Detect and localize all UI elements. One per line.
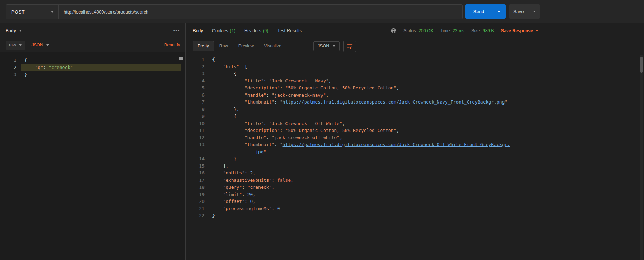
tab-cookies[interactable]: Cookies(1) (212, 23, 235, 38)
response-view-modes: PrettyRawPreviewVisualize (193, 41, 286, 51)
status-value: 200 OK (419, 28, 433, 33)
api-client-window: POST http://localhost:4000/store/product… (0, 0, 644, 260)
url-text: http://localhost:4000/store/products/sea… (64, 9, 148, 15)
beautify-button[interactable]: Beautify (164, 43, 180, 47)
time-badge: Time: 22 ms (440, 28, 464, 33)
send-button-group: Send (465, 4, 506, 19)
tab-label: Cookies (212, 28, 228, 33)
line-number: 14 (186, 155, 205, 163)
tab-body[interactable]: Body (193, 23, 203, 38)
line-number: 17 (186, 177, 205, 184)
line-number: 3 (186, 70, 205, 78)
more-options-icon[interactable]: ••• (173, 28, 180, 33)
code-line: jpg" (186, 149, 644, 156)
method-select[interactable]: POST (6, 5, 59, 19)
code-line: 2 "q": "creneck" (0, 64, 185, 71)
status-label: Status: (403, 28, 417, 33)
code-line: 20 "offset": 0, (186, 198, 644, 205)
request-body-editor[interactable]: 1{2 "q": "creneck"3} (0, 52, 185, 260)
chevron-down-icon (533, 11, 536, 12)
status-badge: Status: 200 OK (403, 28, 433, 33)
response-language-select[interactable]: JSON (313, 41, 340, 51)
line-number: 12 (186, 134, 205, 142)
code-line: 8 }, (186, 106, 644, 113)
chevron-down-icon[interactable] (19, 30, 22, 32)
code-line: 2 "hits": [ (186, 63, 644, 71)
body-section-label: Body (6, 28, 16, 33)
line-number: 9 (186, 113, 205, 120)
tab-headers[interactable]: Headers(9) (244, 23, 268, 38)
code-line: 21 "processingTimeMs": 0 (186, 205, 644, 213)
tab-count-badge: (1) (230, 28, 235, 33)
response-scrollbar[interactable] (640, 55, 643, 260)
response-meta: Status: 200 OK Time: 22 ms Size: 989 B S… (391, 23, 538, 38)
response-body-viewer: 1{2 "hits": [3 {4 "title": "Jack Crewnec… (186, 56, 644, 260)
view-mode-visualize[interactable]: Visualize (259, 41, 286, 51)
line-number: 4 (186, 78, 205, 85)
url-link[interactable]: jpg (255, 149, 263, 154)
network-globe-icon[interactable] (391, 28, 397, 34)
tab-label: Test Results (277, 28, 302, 33)
wrap-text-icon (347, 43, 353, 49)
size-label: Size: (471, 28, 481, 33)
save-options-button[interactable] (528, 4, 540, 19)
code-line: 13 "thumbnail": "https://palmes.fra1.dig… (186, 141, 644, 149)
method-label: POST (11, 9, 25, 15)
body-format-label: raw (9, 43, 16, 47)
line-number: 3 (0, 71, 16, 78)
code-line: 7 "thumbnail": "https://palmes.fra1.digi… (186, 99, 644, 106)
scrollbar-thumb[interactable] (640, 57, 643, 73)
body-language-select[interactable]: JSON (31, 43, 49, 47)
chevron-down-icon (333, 45, 335, 47)
body-format-select[interactable]: raw (6, 41, 25, 50)
editor-divider (0, 218, 185, 218)
response-panel: BodyCookies(1)Headers(9)Test Results Sta… (186, 23, 644, 260)
chevron-down-icon (19, 44, 22, 46)
code-line: 5 "description": "50% Organic Cotton, 50… (186, 84, 644, 92)
request-body-panel: Body ••• raw JSON Beautify 1{2 "q": "cre… (0, 23, 186, 260)
line-number: 6 (186, 92, 205, 99)
view-mode-preview[interactable]: Preview (234, 41, 258, 51)
line-number: 19 (186, 191, 205, 198)
code-line: 1{ (186, 56, 644, 63)
url-link[interactable]: https://palmes.fra1.digitaloceanspaces.c… (283, 99, 505, 105)
request-code-block: 1{2 "q": "creneck"3} (0, 56, 185, 78)
url-input[interactable]: http://localhost:4000/store/products/sea… (59, 5, 462, 19)
line-number: 21 (186, 205, 205, 213)
code-line: 22} (186, 212, 644, 219)
line-number: 2 (0, 64, 16, 71)
tab-test-results[interactable]: Test Results (277, 23, 302, 38)
url-link[interactable]: https://palmes.fra1.digitaloceanspaces.c… (283, 142, 510, 147)
save-response-button[interactable]: Save Response (501, 28, 538, 33)
save-button[interactable]: Save (509, 4, 528, 19)
wrap-lines-button[interactable] (343, 41, 356, 52)
code-line: 6 "handle": "jack-crewneck-navy", (186, 92, 644, 99)
tab-label: Body (193, 28, 203, 33)
editor-scrollbar-thumb[interactable] (179, 57, 183, 60)
view-mode-pretty[interactable]: Pretty (193, 41, 214, 51)
code-line: 11 "description": "50% Organic Cotton, 5… (186, 127, 644, 134)
code-line: 19 "limit": 20, (186, 191, 644, 198)
view-mode-raw[interactable]: Raw (215, 41, 233, 51)
line-number: 7 (186, 99, 205, 106)
code-line: 3} (0, 71, 185, 78)
tab-count-badge: (9) (263, 28, 268, 33)
body-language-label: JSON (31, 43, 43, 47)
code-line: 16 "nbHits": 2, (186, 170, 644, 177)
request-body-header: Body ••• (0, 23, 185, 38)
chevron-down-icon (46, 44, 49, 46)
code-line: 4 "title": "Jack Crewneck - Navy", (186, 78, 644, 85)
line-number: 20 (186, 198, 205, 205)
code-line: 9 { (186, 113, 644, 120)
code-line: 15 ], (186, 163, 644, 170)
code-line: 14 } (186, 155, 644, 163)
code-line: 17 "exhaustiveNbHits": false, (186, 177, 644, 184)
time-label: Time: (440, 28, 451, 33)
code-line: 18 "query": "creneck", (186, 184, 644, 191)
line-number: 22 (186, 212, 205, 219)
line-number (186, 149, 205, 156)
chevron-down-icon (536, 30, 538, 32)
send-button[interactable]: Send (465, 4, 492, 19)
chevron-down-icon (51, 11, 54, 13)
send-options-button[interactable] (492, 4, 506, 19)
